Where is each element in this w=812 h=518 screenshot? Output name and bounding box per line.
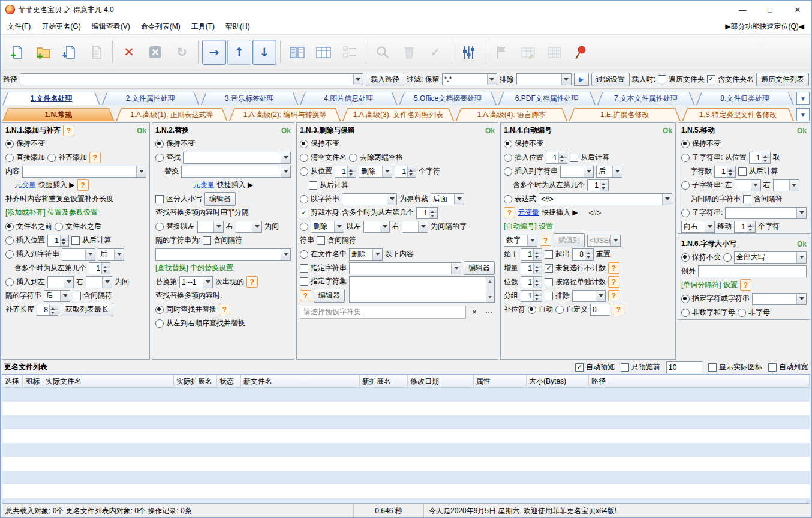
editor-button[interactable]: 编辑器 <box>204 192 236 206</box>
pin-button[interactable] <box>568 38 593 67</box>
trim-spaces-radio[interactable]: 去除两端空格 <box>349 152 403 163</box>
delete-between-radio[interactable] <box>300 223 308 231</box>
insert-to-string-radio[interactable]: 插入到字符串 <box>5 249 59 259</box>
auto-column-width-checkbox[interactable]: 自动列宽 <box>768 362 808 372</box>
auto-pad-radio[interactable]: 自动 <box>528 304 553 315</box>
keep-unchanged-radio[interactable]: 保持不变 <box>155 139 195 149</box>
spec-string-checkbox[interactable]: 指定字符串 <box>300 263 347 273</box>
between-replace-combo[interactable] <box>155 248 291 261</box>
direction-combo[interactable]: 向右 <box>681 221 715 233</box>
help-button[interactable]: ? <box>613 304 624 315</box>
apply-button[interactable]: ✓ <box>423 38 448 67</box>
close-button[interactable]: ✕ <box>784 1 811 19</box>
scrollbar[interactable] <box>486 277 494 302</box>
keep-unchanged-radio[interactable]: 保持不变 <box>681 252 721 262</box>
chevron-down-icon[interactable] <box>281 166 290 177</box>
apply-filter-button[interactable]: ▶ <box>574 73 589 86</box>
menu-file[interactable]: 文件(F) <box>2 20 36 33</box>
column-actual-name[interactable]: 实际文件名 <box>43 375 174 387</box>
chevron-down-icon[interactable] <box>796 294 806 304</box>
chevron-down-icon[interactable] <box>382 166 392 177</box>
chevron-down-icon[interactable] <box>451 263 461 274</box>
move-down-button[interactable]: ↓ <box>252 40 276 65</box>
move-spinner[interactable]: 1 <box>734 221 756 233</box>
help-button[interactable]: ? <box>246 276 258 288</box>
menu-edit-view[interactable]: 编辑查看(V) <box>86 20 136 33</box>
main-tabs-more-button[interactable]: ▼ <box>796 92 810 105</box>
position-spinner[interactable]: 1 <box>335 166 356 178</box>
nth-spinner[interactable]: 1 <box>89 262 110 274</box>
tab-filename[interactable]: 1.文件名处理 <box>2 92 100 105</box>
insert-position-radio[interactable]: 插入位置 <box>504 152 543 163</box>
group-spinner[interactable]: 1 <box>521 290 542 302</box>
after-name-radio[interactable]: 文件名之后 <box>55 221 101 232</box>
chevron-down-icon[interactable] <box>334 221 344 232</box>
substring-position-radio[interactable]: 子字符串: 从位置 <box>681 152 747 163</box>
preview-first-checkbox[interactable]: 只预览前 <box>621 362 660 372</box>
chevron-down-icon[interactable] <box>114 249 124 260</box>
chevron-down-icon[interactable] <box>85 249 95 260</box>
simultaneous-radio[interactable]: 同时查找并替换 <box>155 304 216 315</box>
column-new-name[interactable]: 新文件名 <box>241 375 360 387</box>
move-up-button[interactable]: ↑ <box>227 40 251 65</box>
clear-name-radio[interactable]: 清空文件名 <box>300 152 347 163</box>
chevron-down-icon[interactable] <box>487 74 497 85</box>
count-spinner[interactable]: 1 <box>395 166 416 178</box>
tab-office-summary[interactable]: 5.Office文档摘要处理 <box>399 92 497 105</box>
auto-preview-checkbox[interactable]: 自动预览 <box>575 362 615 372</box>
right-sep-combo[interactable] <box>236 221 262 233</box>
subtab-mapping-list[interactable]: 1.A.高级(3): 文件名对照列表 <box>342 108 455 121</box>
custom-pad-input[interactable] <box>590 304 610 316</box>
new-list-button[interactable] <box>4 38 29 67</box>
content-combo[interactable] <box>22 166 146 178</box>
split-view-button[interactable] <box>284 38 309 67</box>
load-path-button[interactable]: 载入路径 <box>366 73 404 86</box>
help-button[interactable]: ? <box>300 290 311 301</box>
cut-side-combo[interactable]: 后面 <box>431 193 464 205</box>
digits-spinner[interactable]: 1 <box>521 276 542 288</box>
help-button[interactable]: ? <box>608 290 619 301</box>
before-after-combo[interactable]: 后 <box>596 166 622 178</box>
column-icon[interactable]: 图标 <box>23 375 43 387</box>
menu-tools[interactable]: 工具(T) <box>186 20 220 33</box>
spec-string-combo[interactable] <box>349 262 461 274</box>
flag-button[interactable] <box>489 38 514 67</box>
quick-insert-label[interactable]: 快捷插入 ▶ <box>542 208 578 218</box>
cut-self-checkbox[interactable]: 剪裁本身 <box>300 208 339 218</box>
tab-pdf-attrs[interactable]: 6.PDF文档属性处理 <box>498 92 596 105</box>
metavar-link[interactable]: 元变量 <box>14 180 36 190</box>
char-count-spinner[interactable]: 1 <box>714 166 736 178</box>
left-sep-combo[interactable] <box>735 179 761 191</box>
options-button[interactable] <box>456 38 481 67</box>
keep-unchanged-radio[interactable]: 保持不变 <box>5 139 45 149</box>
number-type-combo[interactable]: 数字 <box>504 235 537 247</box>
check-list-button[interactable] <box>337 38 362 67</box>
before-after-combo[interactable]: 后 <box>98 248 124 261</box>
case-sensitive-checkbox[interactable]: 区分大小写 <box>155 194 202 204</box>
direct-add-radio[interactable]: 直接添加 <box>5 152 45 163</box>
chevron-down-icon[interactable] <box>281 249 290 260</box>
case-mode-combo[interactable]: 全部大写 <box>734 251 807 264</box>
case-mode-radio[interactable] <box>723 253 732 262</box>
help-button[interactable]: ? <box>219 304 230 315</box>
help-button[interactable]: ? <box>89 152 101 163</box>
delete-keep-combo[interactable]: 删除 <box>311 221 344 233</box>
from-end-checkbox[interactable]: 从后计算 <box>738 166 778 176</box>
chevron-down-icon[interactable] <box>789 180 799 191</box>
chevron-down-icon[interactable] <box>203 277 212 288</box>
right-sep-combo[interactable] <box>402 221 428 233</box>
tab-file-sorting[interactable]: 8.文件归类处理 <box>696 92 794 105</box>
chevron-down-icon[interactable] <box>64 277 73 288</box>
non-alpha-radio[interactable]: 非字母 <box>738 307 770 318</box>
column-attrs[interactable]: 属性 <box>474 375 527 387</box>
charset-checkbox[interactable]: 指定字符集 <box>300 276 347 286</box>
filter-settings-button[interactable]: 过滤设置 <box>591 73 630 86</box>
nth-spinner[interactable]: 1 <box>587 179 609 191</box>
maximize-button[interactable]: □ <box>756 1 784 19</box>
more-presets-button[interactable]: ··· <box>483 306 495 318</box>
find-combo[interactable] <box>183 152 291 164</box>
from-end-checkbox[interactable]: 从后计算 <box>570 152 609 163</box>
chevron-down-icon[interactable] <box>418 221 428 232</box>
boundary-string-combo[interactable] <box>342 193 397 205</box>
exclude-combo[interactable] <box>572 290 606 302</box>
